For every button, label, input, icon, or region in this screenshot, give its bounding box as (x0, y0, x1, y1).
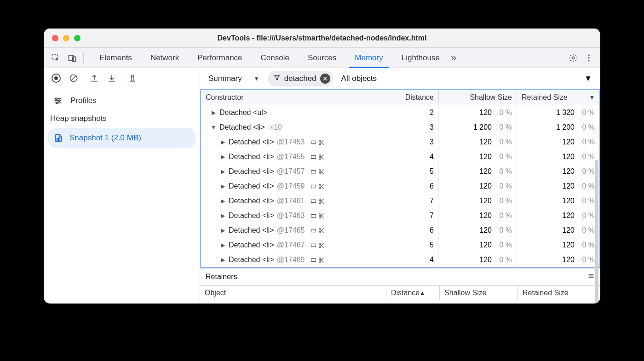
view-mode-dropdown[interactable]: Summary ▼ (205, 72, 263, 85)
constructor-label: Detached <li> (229, 197, 274, 205)
shallow-pct: 0 % (495, 241, 512, 249)
disclose-icon[interactable]: ▶ (210, 109, 217, 116)
retained-pct: 0 % (578, 226, 595, 235)
disclose-icon[interactable]: ▶ (219, 168, 226, 175)
tab-network[interactable]: Network (141, 48, 188, 68)
retained-value: 120 (562, 167, 575, 176)
th-retained-size[interactable]: Retained Size ▼ (517, 90, 599, 105)
row-icons (310, 198, 325, 205)
snapshot-item[interactable]: Snapshot 1 (2.0 MB) (47, 128, 196, 148)
table-row[interactable]: ▶ Detached <ul> 2 1200 % 1 3200 % (201, 105, 599, 120)
snapshot-label: Snapshot 1 (2.0 MB) (69, 133, 141, 143)
settings-icon[interactable] (565, 50, 581, 66)
window-controls (44, 35, 80, 41)
retained-value: 120 (562, 256, 575, 264)
shallow-value: 120 (479, 212, 492, 220)
disclose-icon[interactable]: ▶ (219, 242, 226, 248)
maximize-window-button[interactable] (74, 35, 80, 41)
svg-point-13 (58, 100, 60, 102)
table-row[interactable]: ▶ Detached <li> @17457 5 1200 % 1200 % (201, 164, 599, 179)
disclose-icon[interactable]: ▶ (219, 183, 226, 189)
retainers-menu-icon[interactable] (587, 272, 595, 281)
tab-lighthouse[interactable]: Lighthouse (392, 48, 449, 68)
distance-value: 4 (430, 153, 434, 161)
more-tabs-icon[interactable]: » (449, 52, 458, 64)
separator (83, 53, 84, 63)
disclose-icon[interactable]: ▶ (219, 198, 226, 204)
disclose-icon[interactable]: ▼ (210, 124, 217, 131)
th-constructor[interactable]: Constructor (201, 90, 388, 105)
upload-icon[interactable] (86, 69, 103, 87)
window-title: DevTools - file:///Users/stmarthe/detach… (44, 34, 600, 42)
retained-pct: 0 % (578, 256, 595, 264)
row-icons (310, 168, 325, 175)
close-window-button[interactable] (52, 35, 58, 41)
svg-point-12 (56, 98, 58, 100)
minimize-window-button[interactable] (63, 35, 69, 41)
kebab-menu-icon[interactable] (581, 50, 597, 66)
table-row[interactable]: ▼ Detached <li>×10 3 1 2000 % 1 2000 % (201, 120, 599, 135)
separator (84, 73, 84, 83)
tab-memory[interactable]: Memory (345, 48, 392, 68)
svg-rect-37 (311, 200, 316, 202)
tab-sources[interactable]: Sources (299, 48, 345, 68)
inspect-element-icon[interactable] (47, 50, 64, 66)
filter-pill[interactable]: detached ✕ (268, 71, 333, 86)
retained-pct: 0 % (578, 153, 595, 161)
table-row[interactable]: ▶ Detached <li> @17463 7 1200 % 1200 % (201, 208, 599, 223)
svg-point-14 (56, 102, 58, 104)
disclose-icon[interactable]: ▶ (219, 212, 226, 219)
svg-rect-27 (311, 170, 316, 173)
distance-value: 5 (430, 241, 434, 249)
heap-table: Constructor Distance Shallow Size Retain… (200, 89, 600, 268)
table-row[interactable]: ▶ Detached <li> @17455 4 1200 % 1200 % (201, 149, 599, 164)
disclose-icon[interactable]: ▶ (219, 257, 226, 263)
device-toolbar-icon[interactable] (64, 50, 80, 66)
table-row[interactable]: ▶ Detached <li> @17465 6 1200 % 1200 % (201, 223, 599, 238)
retainers-title: Retainers (206, 273, 237, 281)
retainers-panel: Retainers Object Distance▲ Shallow Size … (200, 268, 600, 300)
shallow-value: 120 (479, 256, 492, 264)
table-row[interactable]: ▶ Detached <li> @17461 7 1200 % 1200 % (201, 194, 599, 208)
shallow-value: 120 (479, 197, 492, 205)
tab-console[interactable]: Console (252, 48, 299, 68)
scope-dropdown[interactable]: All objects ▼ (338, 74, 596, 83)
retained-pct: 0 % (578, 123, 595, 132)
constructor-label: Detached <li> (229, 182, 274, 190)
th-shallow-size[interactable]: Shallow Size (438, 90, 517, 105)
download-icon[interactable] (103, 69, 121, 87)
constructor-label: Detached <li> (229, 153, 274, 161)
retained-value: 1 200 (556, 123, 575, 132)
table-row[interactable]: ▶ Detached <li> @17469 4 1200 % 1200 % (201, 252, 599, 267)
table-row[interactable]: ▶ Detached <li> @17453 3 1200 % 1200 % (201, 135, 599, 149)
tab-elements[interactable]: Elements (90, 48, 141, 68)
distance-value: 5 (430, 167, 434, 176)
shallow-pct: 0 % (495, 153, 512, 161)
garbage-collect-icon[interactable] (124, 69, 141, 87)
view-mode-label: Summary (208, 74, 242, 83)
th-ret-distance[interactable]: Distance▲ (386, 286, 439, 300)
disclose-icon[interactable]: ▶ (219, 227, 226, 234)
table-row[interactable]: ▶ Detached <li> @17459 6 1200 % 1200 % (201, 179, 599, 194)
retained-value: 1 320 (556, 109, 575, 117)
profiles-header[interactable]: Profiles (44, 88, 200, 112)
clear-icon[interactable] (65, 69, 82, 87)
disclose-icon[interactable]: ▶ (219, 154, 226, 160)
record-icon[interactable] (47, 69, 65, 87)
th-ret-shallow[interactable]: Shallow Size (439, 286, 518, 300)
row-icons (310, 227, 325, 234)
shallow-pct: 0 % (495, 109, 512, 117)
clear-filter-icon[interactable]: ✕ (320, 74, 330, 84)
tab-performance[interactable]: Performance (188, 48, 251, 68)
disclose-icon[interactable]: ▶ (219, 139, 226, 145)
th-ret-retained[interactable]: Retained Size (518, 286, 600, 300)
shallow-value: 120 (479, 109, 492, 117)
shallow-value: 120 (479, 182, 492, 190)
distance-value: 6 (430, 182, 434, 190)
svg-rect-47 (311, 229, 316, 232)
th-object[interactable]: Object (200, 286, 386, 300)
svg-point-5 (588, 57, 589, 58)
scrollbar[interactable] (595, 160, 598, 304)
th-distance[interactable]: Distance (388, 90, 438, 105)
table-row[interactable]: ▶ Detached <li> @17467 5 1200 % 1200 % (201, 238, 599, 252)
